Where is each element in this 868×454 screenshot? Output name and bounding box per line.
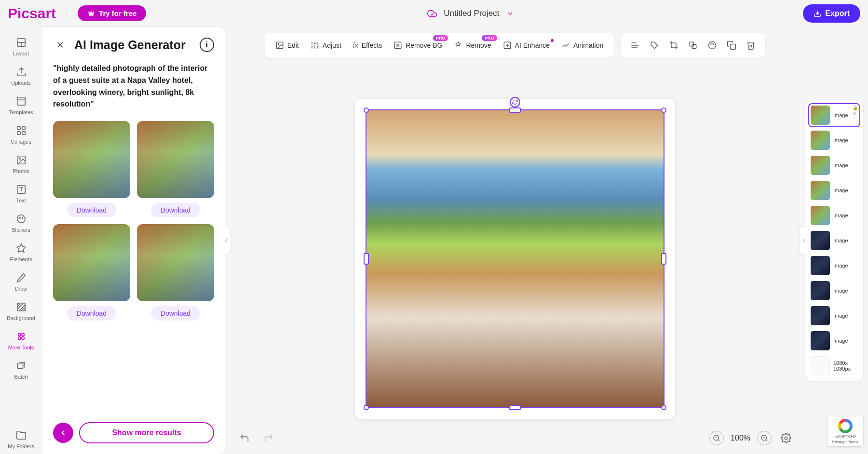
remove-bg-icon	[393, 41, 402, 50]
recaptcha-links[interactable]: Privacy · Terms	[832, 440, 859, 444]
rail-stickers[interactable]: Stickers	[4, 208, 38, 238]
rail-background[interactable]: Background	[4, 296, 38, 326]
result-thumbnail[interactable]	[53, 224, 130, 301]
zoom-level[interactable]: 100%	[731, 434, 750, 442]
download-button[interactable]: Download	[151, 203, 200, 217]
svg-point-14	[19, 217, 20, 218]
back-button[interactable]	[53, 423, 73, 443]
rail-photos[interactable]: Photos	[4, 149, 38, 179]
rail-label: My Folders	[8, 443, 34, 449]
rail-batch[interactable]: Batch	[4, 355, 38, 385]
rail-draw[interactable]: Draw	[4, 267, 38, 296]
layer-item-canvas[interactable]: 1080x 1080px	[809, 355, 859, 377]
show-more-results-button[interactable]: Show more results	[79, 422, 214, 443]
layer-item[interactable]: Image	[809, 280, 859, 302]
resize-handle-bm[interactable]	[509, 405, 521, 410]
download-button[interactable]: Download	[67, 203, 116, 217]
batch-icon	[15, 360, 27, 372]
rail-elements[interactable]: Elements	[4, 238, 38, 267]
result-thumbnail[interactable]	[137, 224, 214, 301]
layer-item[interactable]: Image	[809, 204, 859, 227]
rail-my-folders[interactable]: My Folders	[4, 425, 38, 454]
result-thumbnail[interactable]	[137, 121, 214, 198]
align-button[interactable]	[626, 38, 644, 53]
remove-icon	[454, 41, 462, 50]
recaptcha-badge: reCAPTCHA Privacy · Terms	[827, 416, 863, 446]
flip-button[interactable]	[704, 38, 721, 53]
canvas-viewport[interactable]	[225, 64, 805, 454]
layer-item[interactable]: Image	[809, 330, 859, 352]
edit-button[interactable]: Edit	[271, 38, 304, 53]
animation-icon	[561, 41, 570, 50]
stickers-icon	[15, 213, 27, 225]
rail-layout[interactable]: Layout	[4, 32, 38, 61]
layer-item[interactable]: Image	[809, 179, 859, 201]
undo-button[interactable]	[236, 430, 253, 446]
resize-handle-tl[interactable]	[364, 107, 369, 113]
close-panel-button[interactable]	[53, 38, 68, 52]
resize-handle-br[interactable]	[661, 405, 666, 410]
resize-handle-bl[interactable]	[364, 405, 369, 410]
ai-generator-panel: AI Image Generator i "highly detailed ph…	[42, 27, 225, 454]
selected-image[interactable]	[366, 109, 665, 408]
layer-label: Image	[833, 187, 848, 193]
layer-item[interactable]: Image	[809, 129, 859, 151]
undo-redo-group	[236, 430, 277, 446]
layer-label: Image	[833, 313, 848, 319]
brand-logo[interactable]: Picsart	[8, 5, 56, 22]
duplicate-button[interactable]	[723, 38, 740, 53]
effects-button[interactable]: fxEffects	[348, 39, 387, 52]
export-button[interactable]: Export	[803, 4, 860, 23]
download-button[interactable]: Download	[67, 306, 116, 320]
adjust-button[interactable]: Adjust	[306, 38, 346, 53]
rail-collages[interactable]: Collages	[4, 120, 38, 149]
layer-order-button[interactable]	[684, 38, 702, 53]
recaptcha-icon	[838, 419, 853, 433]
svg-line-49	[766, 440, 767, 441]
try-for-free-button[interactable]: Try for free	[78, 5, 146, 21]
delete-button[interactable]	[742, 38, 760, 53]
zoom-out-button[interactable]	[709, 431, 724, 445]
canvas-settings-button[interactable]	[778, 430, 794, 446]
animation-button[interactable]: Animation	[556, 38, 608, 53]
remove-button[interactable]: PRORemove	[449, 38, 496, 53]
resize-handle-tm[interactable]	[509, 107, 521, 113]
cloud-icon	[427, 9, 437, 18]
layer-item[interactable]: Image	[809, 154, 859, 176]
rail-more-tools[interactable]: More Tools	[4, 326, 38, 355]
artboard[interactable]	[355, 99, 675, 419]
panel-footer: Show more results	[53, 414, 214, 443]
redo-button[interactable]	[260, 430, 277, 446]
zoom-in-button[interactable]	[757, 431, 772, 445]
layer-item[interactable]: Image🔒👁	[809, 104, 859, 126]
remove-bg-button[interactable]: PRORemove BG	[389, 38, 447, 53]
upload-icon	[15, 66, 27, 78]
project-title[interactable]: Untitled Project	[444, 9, 499, 18]
layer-item[interactable]: Image	[809, 229, 859, 252]
layer-item[interactable]: Image	[809, 254, 859, 277]
download-button[interactable]: Download	[151, 306, 200, 320]
visibility-icon[interactable]: 👁	[853, 111, 858, 116]
crown-icon	[87, 10, 95, 17]
ai-enhance-button[interactable]: AI Enhance	[498, 38, 555, 53]
rail-text[interactable]: Text	[4, 179, 38, 208]
toolbar-label: Remove BG	[406, 41, 442, 49]
layer-item[interactable]: Image	[809, 305, 859, 327]
tag-button[interactable]	[646, 38, 663, 53]
rail-label: Draw	[15, 286, 27, 292]
resize-handle-ml[interactable]	[364, 253, 369, 265]
lock-icon[interactable]: 🔒	[853, 106, 858, 110]
resize-handle-tr[interactable]	[661, 107, 666, 113]
rail-label: Batch	[14, 374, 27, 380]
result-thumbnail[interactable]	[53, 121, 130, 198]
rotate-handle[interactable]	[510, 97, 520, 107]
rail-templates[interactable]: Templates	[4, 91, 38, 120]
rail-label: Uploads	[11, 80, 30, 86]
expand-layers-button[interactable]	[800, 227, 808, 254]
resize-handle-mr[interactable]	[661, 253, 666, 265]
info-button[interactable]: i	[200, 38, 214, 52]
edit-icon	[275, 41, 284, 50]
crop-button[interactable]	[665, 38, 682, 53]
chevron-down-icon[interactable]	[506, 10, 514, 17]
rail-uploads[interactable]: Uploads	[4, 61, 38, 91]
